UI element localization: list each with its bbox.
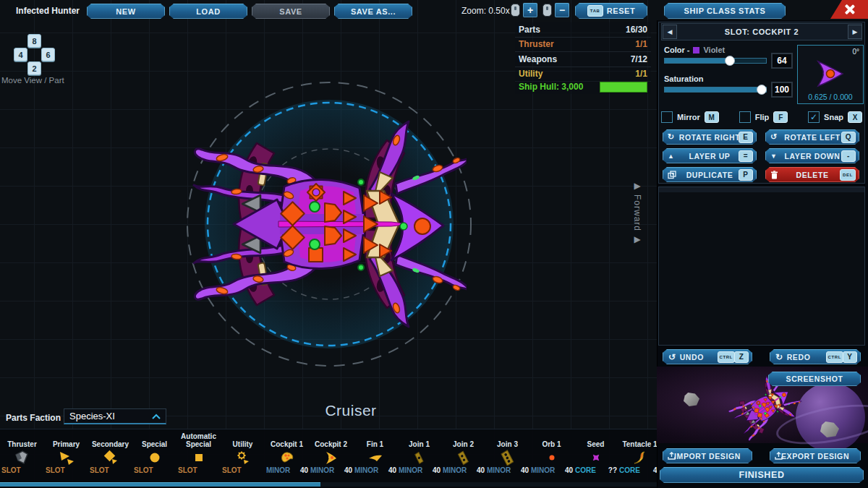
rotate-right-button[interactable]: ↻ ROTATE RIGHT E <box>663 129 757 145</box>
mirror-checkbox[interactable] <box>661 111 673 123</box>
part-footer: MINOR40 <box>441 466 485 476</box>
part-item-primary[interactable]: PrimarySLOT <box>44 432 88 476</box>
duplicate-button[interactable]: DUPLICATE P <box>663 167 757 182</box>
tab-keycap: TAB <box>587 5 603 17</box>
part-item-cockpit-2[interactable]: Cockpit 2MINOR40 <box>309 432 353 476</box>
part-footer: SLOT <box>221 466 265 476</box>
parts-faction-value: Species-XI <box>69 411 115 421</box>
part-name: Cockpit 1 <box>265 432 309 448</box>
join2-icon <box>441 448 485 466</box>
layer-up-button[interactable]: ▲ LAYER UP = <box>663 148 757 163</box>
undo-button[interactable]: ↺ UNDO CTRL Z <box>663 349 752 364</box>
selected-part-preview: 0° 0.625 / 0.000 <box>797 45 864 104</box>
flip-keycap: F <box>773 111 788 123</box>
color-label-row: Color - Violet <box>664 46 725 54</box>
export-design-button[interactable]: EXPORT DESIGN <box>770 448 861 463</box>
forward-direction-label: ▶ Forward ▶ <box>632 181 642 267</box>
parts-scrollbar-thumb[interactable] <box>0 482 320 487</box>
move-down-key[interactable]: 2 <box>27 61 41 75</box>
part-item-secondary[interactable]: SecondarySLOT <box>88 432 132 476</box>
screenshot-button[interactable]: SCREENSHOT <box>768 372 861 386</box>
ship-editor: Cruiser ▶ Forward ▶ 8 4 6 2 Move View / … <box>0 0 868 488</box>
part-item-utility[interactable]: UtilitySLOT <box>221 432 265 476</box>
layer-down-button[interactable]: ▼ LAYER DOWN - <box>765 148 859 163</box>
part-item-tentacle-1[interactable]: Tentacle 1CORE40 <box>618 432 657 476</box>
mouse-scroll-up-icon <box>511 4 520 17</box>
part-name: Primary <box>44 432 88 448</box>
ship-design[interactable] <box>192 116 467 333</box>
cockpit-part-icon <box>812 59 849 89</box>
parts-faction-select[interactable]: Species-XI <box>64 408 166 424</box>
save-as-button[interactable]: SAVE AS... <box>334 4 412 19</box>
saturation-slider[interactable] <box>664 87 767 93</box>
part-footer: SLOT <box>176 466 221 476</box>
part-name: Join 2 <box>441 432 485 448</box>
part-item-special[interactable]: SpecialSLOT <box>132 432 176 476</box>
zoom-out-button[interactable]: − <box>555 3 569 17</box>
thruster-icon <box>0 448 44 466</box>
saturation-value[interactable]: 100 <box>771 82 793 98</box>
part-item-seed[interactable]: SeedCORE?? <box>574 432 618 476</box>
move-right-key[interactable]: 6 <box>41 48 55 61</box>
new-button[interactable]: NEW <box>87 4 165 19</box>
parts-faction-label: Parts Faction <box>6 413 61 423</box>
move-left-key[interactable]: 4 <box>14 48 27 61</box>
part-item-automatic-special[interactable]: Automatic SpecialSLOT <box>176 432 221 476</box>
save-button[interactable]: SAVE <box>252 4 330 19</box>
layers-panel <box>658 187 865 346</box>
redo-button[interactable]: ↻ REDO CTRL Y <box>770 349 861 364</box>
delete-button[interactable]: DELETE DEL <box>765 167 859 182</box>
color-slider-thumb[interactable] <box>725 56 735 66</box>
color-swatch <box>693 47 699 53</box>
slot-title: SLOT: COCKPIT 2 <box>661 23 862 40</box>
mirror-keycap: M <box>705 111 719 123</box>
tentacle1-icon <box>618 448 657 466</box>
rotate-right-keycap: E <box>739 132 753 143</box>
hull-row: Ship Hull: 3,000 <box>515 80 651 94</box>
part-name: Special <box>132 432 176 448</box>
part-item-join-2[interactable]: Join 2MINOR40 <box>441 432 485 476</box>
part-name: Thruster <box>0 432 44 448</box>
part-name: Fin 1 <box>353 432 397 448</box>
mouse-scroll-down-icon <box>542 4 552 17</box>
part-name: Automatic Special <box>176 432 221 448</box>
ship-class-stats-button[interactable]: SHIP CLASS STATS <box>664 3 786 19</box>
fin1-icon <box>353 448 397 466</box>
stat-row: Thruster1/1 <box>515 38 651 53</box>
part-item-fin-1[interactable]: Fin 1MINOR40 <box>353 432 397 476</box>
part-item-thruster[interactable]: ThrusterSLOT <box>0 432 44 476</box>
part-angle: 0° <box>852 48 859 56</box>
rotate-left-button[interactable]: ↺ ROTATE LEFT Q <box>765 129 859 145</box>
reset-view-button[interactable]: TAB RESET <box>575 3 647 19</box>
triangle-down-icon: ▼ <box>770 153 778 160</box>
redo-icon: ↻ <box>775 353 783 361</box>
part-name: Join 3 <box>485 432 529 448</box>
finished-button[interactable]: FINISHED <box>660 467 864 483</box>
flip-checkbox[interactable] <box>739 111 751 123</box>
prev-slot-button[interactable]: ◀ <box>663 25 677 39</box>
zoom-in-button[interactable]: + <box>523 3 537 17</box>
color-slider[interactable] <box>664 58 767 64</box>
color-name: Violet <box>703 46 725 54</box>
import-design-button[interactable]: IMPORT DESIGN <box>663 448 752 463</box>
part-item-join-3[interactable]: Join 3MINOR40 <box>485 432 529 476</box>
join1-icon <box>397 448 441 466</box>
move-up-key[interactable]: 8 <box>27 34 41 48</box>
redo-keycap: Y <box>843 351 857 363</box>
part-footer: MINOR40 <box>309 466 353 476</box>
layers-panel-header <box>659 187 864 192</box>
auto-special-icon <box>176 448 221 466</box>
layer-up-keycap: = <box>739 150 753 162</box>
close-button[interactable] <box>830 0 868 19</box>
snap-checkbox[interactable]: ✓ <box>808 111 820 123</box>
rotate-cw-icon: ↻ <box>668 132 675 142</box>
next-slot-button[interactable]: ▶ <box>848 25 862 39</box>
color-value[interactable]: 64 <box>771 53 793 69</box>
part-name: Tentacle 1 <box>618 432 657 448</box>
layer-down-keycap: - <box>841 150 856 162</box>
load-button[interactable]: LOAD <box>169 4 247 19</box>
part-item-join-1[interactable]: Join 1MINOR40 <box>397 432 441 476</box>
part-item-cockpit-1[interactable]: Cockpit 1MINOR40 <box>265 432 309 476</box>
part-item-orb-1[interactable]: Orb 1MINOR40 <box>529 432 574 476</box>
part-footer: MINOR40 <box>265 466 309 476</box>
